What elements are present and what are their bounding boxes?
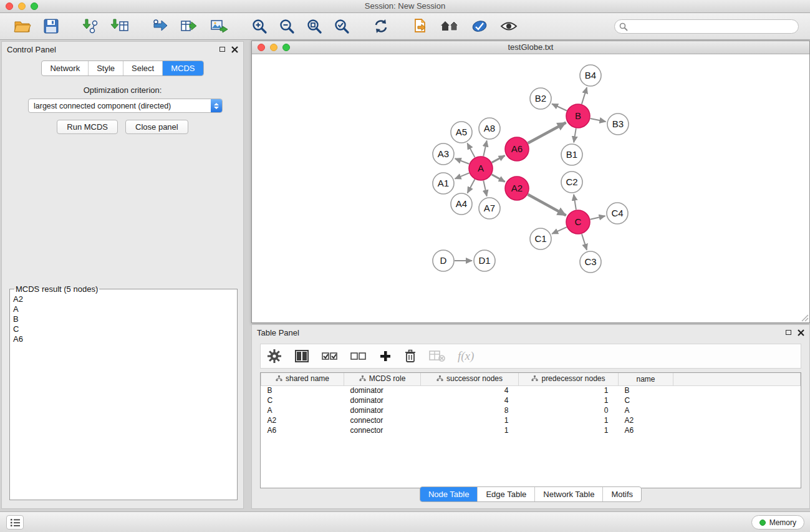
close-table-panel-icon[interactable]: [798, 329, 804, 336]
table-cell[interactable]: 1: [421, 415, 519, 425]
graph-edge[interactable]: [582, 87, 587, 104]
float-table-panel-icon[interactable]: [786, 330, 791, 335]
table-cell[interactable]: C: [619, 395, 673, 405]
table-cell[interactable]: 4: [421, 395, 519, 405]
memory-button[interactable]: Memory: [751, 515, 804, 530]
graph-edge[interactable]: [455, 173, 470, 178]
graph-edge[interactable]: [574, 128, 576, 143]
export-network-button[interactable]: [150, 17, 170, 36]
close-network-window-button[interactable]: [258, 44, 265, 51]
table-row[interactable]: Bdominator41B: [261, 385, 801, 395]
open-session-button[interactable]: [12, 17, 33, 36]
col-predecessor-nodes[interactable]: predecessor nodes: [519, 373, 619, 385]
graph-edge[interactable]: [528, 195, 566, 216]
birdseye-button[interactable]: [470, 17, 489, 36]
table-cell[interactable]: 1: [519, 425, 619, 435]
zoom-in-button[interactable]: [250, 17, 269, 36]
table-cell[interactable]: connector: [344, 415, 421, 425]
graph-edge[interactable]: [483, 181, 486, 196]
table-cell[interactable]: 1: [421, 425, 519, 435]
minimize-window-button[interactable]: [18, 2, 26, 10]
zoom-out-button[interactable]: [277, 17, 296, 36]
zoom-network-window-button[interactable]: [282, 44, 290, 51]
table-cell[interactable]: dominator: [344, 405, 421, 415]
graphics-details-button[interactable]: [438, 17, 461, 36]
table-cell[interactable]: dominator: [344, 385, 421, 395]
table-settings-button[interactable]: [267, 349, 282, 364]
zoom-fit-button[interactable]: [305, 17, 324, 36]
table-cell[interactable]: B: [619, 385, 673, 395]
graph-edge[interactable]: [492, 175, 505, 182]
tab-style[interactable]: Style: [88, 61, 123, 75]
graph-edge[interactable]: [455, 158, 470, 164]
col-shared-name[interactable]: shared name: [261, 373, 344, 385]
task-history-button[interactable]: [6, 515, 24, 530]
graph-edge[interactable]: [467, 143, 475, 158]
table-row[interactable]: Adominator80A: [261, 405, 801, 415]
table-cell[interactable]: 8: [421, 405, 519, 415]
resize-grip-icon[interactable]: [801, 314, 809, 322]
table-cell[interactable]: A2: [261, 415, 344, 425]
graph-edge[interactable]: [492, 155, 505, 162]
table-cell[interactable]: C: [261, 395, 344, 405]
search-input[interactable]: [614, 19, 799, 34]
table-row[interactable]: A6connector11A6: [261, 425, 801, 435]
minimize-network-window-button[interactable]: [270, 44, 277, 51]
graph-edge[interactable]: [591, 118, 606, 122]
graph-edge[interactable]: [552, 104, 567, 111]
zoom-selected-button[interactable]: [332, 17, 351, 36]
show-columns-button[interactable]: [294, 349, 309, 363]
table-cell[interactable]: 1: [519, 395, 619, 405]
table-row[interactable]: A2connector11A2: [261, 415, 801, 425]
close-panel-button[interactable]: Close panel: [125, 120, 188, 134]
result-item[interactable]: A6: [13, 334, 234, 344]
table-cell[interactable]: A: [261, 405, 344, 415]
col-mcds-role[interactable]: MCDS role: [344, 373, 421, 385]
delete-column-button[interactable]: [404, 349, 417, 363]
zoom-window-button[interactable]: [31, 2, 38, 10]
tab-node-table[interactable]: Node Table: [420, 487, 478, 501]
tab-network-table[interactable]: Network Table: [534, 487, 602, 501]
table-cell[interactable]: 0: [519, 405, 619, 415]
close-window-button[interactable]: [6, 2, 13, 10]
copy-button[interactable]: [411, 17, 430, 36]
result-item[interactable]: B: [13, 314, 234, 324]
select-all-button[interactable]: [322, 351, 338, 362]
result-item[interactable]: A2: [13, 294, 234, 304]
table-cell[interactable]: dominator: [344, 395, 421, 405]
graph-edge[interactable]: [591, 216, 605, 219]
import-network-button[interactable]: [80, 17, 100, 36]
graph-edge[interactable]: [528, 123, 566, 143]
refresh-button[interactable]: [371, 17, 391, 36]
function-builder-button[interactable]: f(x): [458, 349, 474, 363]
tab-edge-table[interactable]: Edge Table: [477, 487, 534, 501]
col-name[interactable]: name: [619, 373, 673, 385]
table-cell[interactable]: A: [619, 405, 673, 415]
table-cell[interactable]: A6: [261, 425, 344, 435]
table-row[interactable]: Cdominator41C: [261, 395, 801, 405]
graph-edge[interactable]: [468, 180, 475, 193]
table-cell[interactable]: A2: [619, 415, 673, 425]
result-item[interactable]: C: [13, 324, 234, 334]
table-cell[interactable]: 1: [519, 415, 619, 425]
import-table-button[interactable]: [109, 17, 130, 36]
save-session-button[interactable]: [42, 17, 60, 36]
result-item[interactable]: A: [13, 304, 234, 314]
float-panel-icon[interactable]: [219, 47, 225, 52]
table-cell[interactable]: connector: [344, 425, 421, 435]
optimization-criterion-dropdown[interactable]: largest connected component (directed): [28, 99, 223, 113]
network-canvas[interactable]: B4B2BB3A5A8A6B1A3AC2A1A2A4A7C4CC1C3DD1: [252, 54, 809, 322]
graph-edge[interactable]: [582, 234, 587, 250]
col-successor-nodes[interactable]: successor nodes: [421, 373, 519, 385]
table-cell[interactable]: 4: [421, 385, 519, 395]
table-cell[interactable]: B: [261, 385, 344, 395]
graph-edge[interactable]: [574, 195, 576, 210]
tab-motifs[interactable]: Motifs: [602, 487, 641, 501]
delete-table-button[interactable]: [429, 350, 445, 362]
table-cell[interactable]: 1: [519, 385, 619, 395]
show-hide-button[interactable]: [498, 17, 519, 36]
tab-select[interactable]: Select: [123, 61, 162, 75]
graph-edge[interactable]: [483, 141, 486, 157]
deselect-all-button[interactable]: [350, 351, 367, 362]
table-cell[interactable]: A6: [619, 425, 673, 435]
